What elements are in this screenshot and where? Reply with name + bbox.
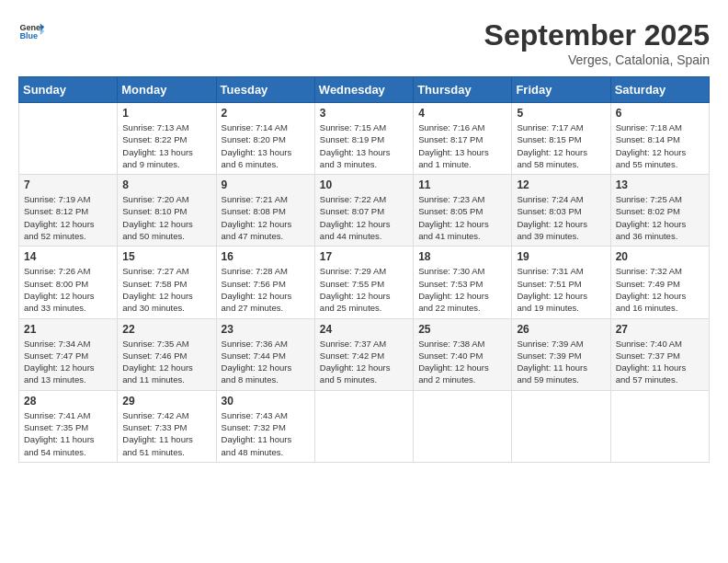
calendar-cell: 3Sunrise: 7:15 AM Sunset: 8:19 PM Daylig…: [314, 103, 413, 175]
calendar-cell: [610, 390, 709, 462]
calendar-cell: 4Sunrise: 7:16 AM Sunset: 8:17 PM Daylig…: [414, 103, 512, 175]
page-header: General Blue September 2025 Verges, Cata…: [18, 18, 710, 67]
day-info: Sunrise: 7:18 AM Sunset: 8:14 PM Dayligh…: [616, 121, 704, 170]
calendar-cell: 20Sunrise: 7:32 AM Sunset: 7:49 PM Dayli…: [610, 247, 709, 318]
day-number: 29: [122, 395, 210, 408]
day-number: 30: [222, 395, 310, 408]
calendar-cell: [414, 390, 512, 462]
day-info: Sunrise: 7:14 AM Sunset: 8:20 PM Dayligh…: [222, 121, 310, 170]
weekday-header: Monday: [118, 77, 216, 103]
calendar-cell: 5Sunrise: 7:17 AM Sunset: 8:15 PM Daylig…: [512, 103, 610, 175]
day-number: 9: [222, 178, 310, 191]
day-number: 24: [320, 323, 408, 336]
title-location: Verges, Catalonia, Spain: [484, 52, 710, 67]
calendar-cell: 15Sunrise: 7:27 AM Sunset: 7:58 PM Dayli…: [118, 247, 216, 318]
day-number: 19: [517, 250, 605, 263]
logo: General Blue: [18, 18, 44, 44]
calendar-cell: 14Sunrise: 7:26 AM Sunset: 8:00 PM Dayli…: [19, 247, 118, 318]
title-block: September 2025 Verges, Catalonia, Spain: [484, 18, 710, 67]
day-info: Sunrise: 7:30 AM Sunset: 7:53 PM Dayligh…: [418, 265, 506, 314]
day-number: 23: [222, 323, 310, 336]
calendar-cell: 21Sunrise: 7:34 AM Sunset: 7:47 PM Dayli…: [19, 318, 118, 390]
calendar-week-row: 28Sunrise: 7:41 AM Sunset: 7:35 PM Dayli…: [19, 390, 710, 462]
calendar-cell: 26Sunrise: 7:39 AM Sunset: 7:39 PM Dayli…: [512, 318, 610, 390]
calendar-cell: 23Sunrise: 7:36 AM Sunset: 7:44 PM Dayli…: [216, 318, 314, 390]
weekday-header: Thursday: [414, 77, 512, 103]
weekday-header: Wednesday: [314, 77, 413, 103]
calendar-week-row: 1Sunrise: 7:13 AM Sunset: 8:22 PM Daylig…: [19, 103, 710, 175]
day-info: Sunrise: 7:35 AM Sunset: 7:46 PM Dayligh…: [122, 338, 210, 386]
calendar-cell: 8Sunrise: 7:20 AM Sunset: 8:10 PM Daylig…: [118, 175, 216, 247]
day-number: 5: [517, 107, 605, 120]
calendar-cell: 29Sunrise: 7:42 AM Sunset: 7:33 PM Dayli…: [118, 390, 216, 462]
logo-icon: General Blue: [18, 18, 44, 44]
calendar-table: SundayMondayTuesdayWednesdayThursdayFrid…: [18, 76, 710, 463]
day-info: Sunrise: 7:38 AM Sunset: 7:40 PM Dayligh…: [418, 338, 506, 386]
calendar-cell: 22Sunrise: 7:35 AM Sunset: 7:46 PM Dayli…: [118, 318, 216, 390]
weekday-header-row: SundayMondayTuesdayWednesdayThursdayFrid…: [19, 77, 710, 103]
calendar-cell: 2Sunrise: 7:14 AM Sunset: 8:20 PM Daylig…: [216, 103, 314, 175]
calendar-cell: 9Sunrise: 7:21 AM Sunset: 8:08 PM Daylig…: [216, 175, 314, 247]
calendar-cell: [314, 390, 413, 462]
day-info: Sunrise: 7:42 AM Sunset: 7:33 PM Dayligh…: [122, 409, 210, 458]
day-number: 27: [616, 323, 704, 336]
day-number: 6: [616, 107, 704, 120]
day-info: Sunrise: 7:31 AM Sunset: 7:51 PM Dayligh…: [517, 265, 605, 314]
day-info: Sunrise: 7:26 AM Sunset: 8:00 PM Dayligh…: [24, 265, 112, 314]
day-info: Sunrise: 7:15 AM Sunset: 8:19 PM Dayligh…: [320, 121, 408, 170]
day-number: 3: [320, 107, 408, 120]
day-number: 20: [616, 250, 704, 263]
day-number: 25: [418, 323, 506, 336]
day-info: Sunrise: 7:20 AM Sunset: 8:10 PM Dayligh…: [122, 193, 210, 242]
calendar-cell: [19, 103, 118, 175]
day-number: 14: [24, 250, 112, 263]
calendar-cell: 25Sunrise: 7:38 AM Sunset: 7:40 PM Dayli…: [414, 318, 512, 390]
calendar-cell: 10Sunrise: 7:22 AM Sunset: 8:07 PM Dayli…: [314, 175, 413, 247]
day-info: Sunrise: 7:28 AM Sunset: 7:56 PM Dayligh…: [222, 265, 310, 314]
weekday-header: Saturday: [610, 77, 709, 103]
day-info: Sunrise: 7:27 AM Sunset: 7:58 PM Dayligh…: [122, 265, 210, 314]
day-info: Sunrise: 7:29 AM Sunset: 7:55 PM Dayligh…: [320, 265, 408, 314]
calendar-cell: 1Sunrise: 7:13 AM Sunset: 8:22 PM Daylig…: [118, 103, 216, 175]
day-info: Sunrise: 7:17 AM Sunset: 8:15 PM Dayligh…: [517, 121, 605, 170]
day-info: Sunrise: 7:34 AM Sunset: 7:47 PM Dayligh…: [24, 338, 112, 386]
calendar-cell: 19Sunrise: 7:31 AM Sunset: 7:51 PM Dayli…: [512, 247, 610, 318]
calendar-cell: 28Sunrise: 7:41 AM Sunset: 7:35 PM Dayli…: [19, 390, 118, 462]
day-number: 1: [122, 107, 210, 120]
calendar-week-row: 14Sunrise: 7:26 AM Sunset: 8:00 PM Dayli…: [19, 247, 710, 318]
day-info: Sunrise: 7:22 AM Sunset: 8:07 PM Dayligh…: [320, 193, 408, 242]
calendar-cell: 11Sunrise: 7:23 AM Sunset: 8:05 PM Dayli…: [414, 175, 512, 247]
day-number: 10: [320, 178, 408, 191]
calendar-cell: 6Sunrise: 7:18 AM Sunset: 8:14 PM Daylig…: [610, 103, 709, 175]
day-info: Sunrise: 7:25 AM Sunset: 8:02 PM Dayligh…: [616, 193, 704, 242]
day-info: Sunrise: 7:41 AM Sunset: 7:35 PM Dayligh…: [24, 409, 112, 458]
day-number: 17: [320, 250, 408, 263]
day-number: 4: [418, 107, 506, 120]
day-number: 7: [24, 178, 112, 191]
day-number: 13: [616, 178, 704, 191]
weekday-header: Friday: [512, 77, 610, 103]
day-info: Sunrise: 7:40 AM Sunset: 7:37 PM Dayligh…: [616, 338, 704, 386]
day-info: Sunrise: 7:13 AM Sunset: 8:22 PM Dayligh…: [122, 121, 210, 170]
day-number: 15: [122, 250, 210, 263]
calendar-cell: 7Sunrise: 7:19 AM Sunset: 8:12 PM Daylig…: [19, 175, 118, 247]
svg-text:Blue: Blue: [19, 31, 38, 40]
day-info: Sunrise: 7:39 AM Sunset: 7:39 PM Dayligh…: [517, 338, 605, 386]
day-number: 16: [222, 250, 310, 263]
calendar-week-row: 21Sunrise: 7:34 AM Sunset: 7:47 PM Dayli…: [19, 318, 710, 390]
day-info: Sunrise: 7:36 AM Sunset: 7:44 PM Dayligh…: [222, 338, 310, 386]
day-number: 22: [122, 323, 210, 336]
day-info: Sunrise: 7:43 AM Sunset: 7:32 PM Dayligh…: [222, 409, 310, 458]
day-number: 28: [24, 395, 112, 408]
calendar-cell: [512, 390, 610, 462]
weekday-header: Tuesday: [216, 77, 314, 103]
day-info: Sunrise: 7:24 AM Sunset: 8:03 PM Dayligh…: [517, 193, 605, 242]
day-info: Sunrise: 7:21 AM Sunset: 8:08 PM Dayligh…: [222, 193, 310, 242]
day-number: 11: [418, 178, 506, 191]
day-number: 26: [517, 323, 605, 336]
day-number: 8: [122, 178, 210, 191]
day-number: 18: [418, 250, 506, 263]
title-month: September 2025: [484, 18, 710, 52]
calendar-cell: 27Sunrise: 7:40 AM Sunset: 7:37 PM Dayli…: [610, 318, 709, 390]
calendar-cell: 18Sunrise: 7:30 AM Sunset: 7:53 PM Dayli…: [414, 247, 512, 318]
